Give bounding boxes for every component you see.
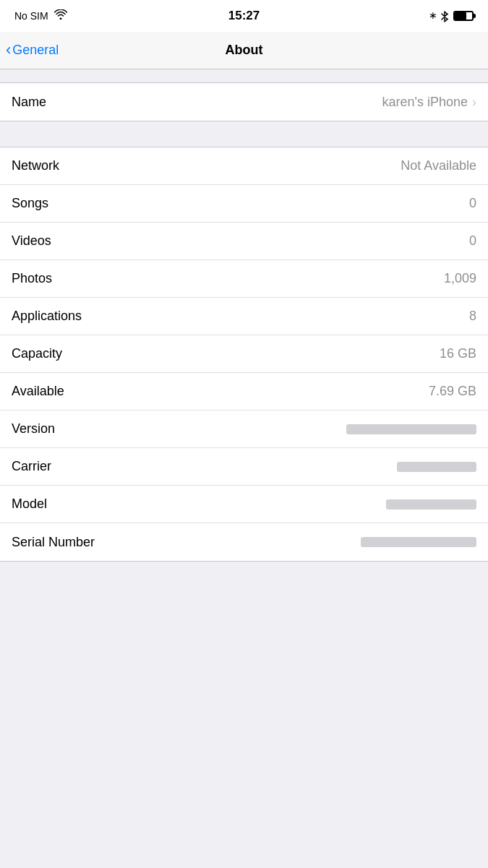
row-value: Not Available <box>401 158 476 173</box>
wifi-icon <box>54 9 67 22</box>
row-value: 8 <box>469 309 476 324</box>
info-section: NetworkNot AvailableSongs0Videos0Photos1… <box>0 147 488 562</box>
battery-icon <box>453 11 474 21</box>
row-label: Available <box>12 384 64 399</box>
table-row: Videos0 <box>0 223 488 260</box>
name-row[interactable]: Name karen's iPhone › <box>0 83 488 121</box>
row-label: Songs <box>12 196 48 211</box>
row-label: Carrier <box>12 459 51 474</box>
name-chevron-icon: › <box>472 95 476 110</box>
row-value <box>361 537 476 547</box>
row-label: Version <box>12 421 55 437</box>
name-label: Name <box>12 95 46 110</box>
row-value: 7.69 GB <box>429 384 476 399</box>
row-value <box>397 462 476 472</box>
row-label: Photos <box>12 271 52 286</box>
mid-spacer <box>0 121 488 147</box>
table-row: Serial Number <box>0 523 488 561</box>
row-value: 0 <box>469 196 476 211</box>
back-chevron-icon: ‹ <box>6 42 11 58</box>
carrier-label: No SIM <box>14 10 48 22</box>
table-row: Available7.69 GB <box>0 373 488 411</box>
row-label: Serial Number <box>12 535 95 550</box>
table-row: Model <box>0 486 488 523</box>
row-label: Applications <box>12 309 82 324</box>
status-bar: No SIM 15:27 ∗ <box>0 0 488 32</box>
row-value: 1,009 <box>444 271 476 286</box>
row-label: Model <box>12 497 47 512</box>
back-button[interactable]: ‹ General <box>6 43 59 58</box>
bluetooth-icon: ∗ <box>429 9 449 22</box>
back-label: General <box>12 43 59 58</box>
page-title: About <box>226 43 263 58</box>
top-spacer <box>0 69 488 82</box>
table-row: Carrier <box>0 448 488 486</box>
table-row: Version <box>0 411 488 448</box>
row-value <box>386 499 476 510</box>
name-section: Name karen's iPhone › <box>0 82 488 121</box>
row-label: Capacity <box>12 346 62 361</box>
status-time: 15:27 <box>228 9 260 23</box>
status-left: No SIM <box>14 9 67 22</box>
row-value: 16 GB <box>440 346 476 361</box>
table-row: Songs0 <box>0 185 488 223</box>
nav-bar: ‹ General About <box>0 32 488 69</box>
row-label: Network <box>12 158 59 173</box>
table-row: Photos1,009 <box>0 260 488 298</box>
row-value: 0 <box>469 233 476 249</box>
table-row: NetworkNot Available <box>0 147 488 185</box>
row-label: Videos <box>12 233 51 249</box>
row-value <box>346 424 476 434</box>
status-right: ∗ <box>429 9 474 22</box>
table-row: Capacity16 GB <box>0 335 488 373</box>
table-row: Applications8 <box>0 298 488 335</box>
name-value: karen's iPhone › <box>382 95 476 110</box>
